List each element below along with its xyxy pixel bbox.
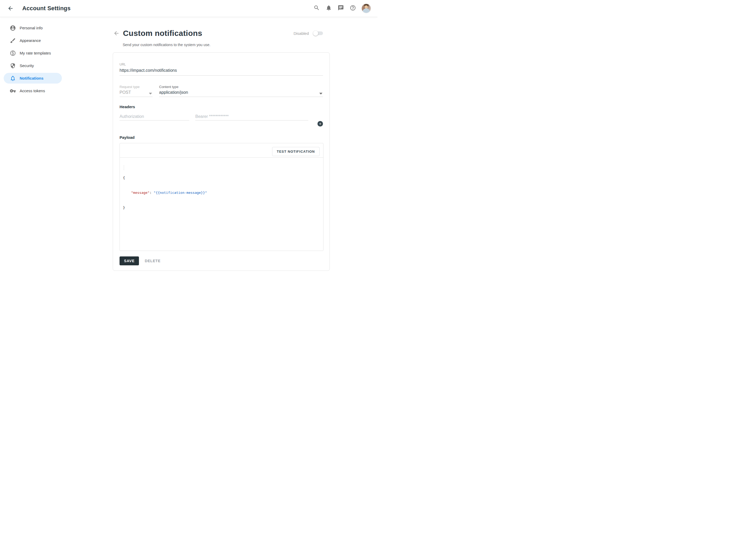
enable-toggle-switch[interactable] xyxy=(313,31,323,36)
sidebar-item-appearance[interactable]: Appearance xyxy=(4,35,62,46)
request-type-select[interactable]: Request type POST xyxy=(119,85,153,97)
save-button[interactable]: SAVE xyxy=(119,256,139,265)
test-notification-button[interactable]: TEST NOTIFICATION xyxy=(272,147,320,156)
user-avatar[interactable] xyxy=(362,4,371,13)
payload-section-title: Payload xyxy=(119,135,323,140)
back-arrow-icon xyxy=(7,8,14,12)
json-key: "message" xyxy=(131,191,150,195)
sidebar-item-personal-info[interactable]: Personal info xyxy=(4,22,62,33)
chevron-down-icon xyxy=(319,93,323,95)
sidebar-item-label: Personal info xyxy=(20,26,43,30)
page-header-row: Custom notifications Disabled xyxy=(113,27,330,39)
chat-icon xyxy=(338,5,344,12)
code-line: "message": "{{notification-message}}" xyxy=(123,190,320,195)
headers-section: Headers + xyxy=(119,104,323,127)
notifications-bell-icon xyxy=(326,5,332,12)
request-type-label: Request type xyxy=(119,85,153,89)
search-icon xyxy=(313,5,320,12)
enable-toggle-group: Disabled xyxy=(294,31,323,36)
form-actions: SAVE DELETE xyxy=(119,256,323,265)
search-button[interactable] xyxy=(313,5,320,12)
chevron-down-icon xyxy=(149,93,152,95)
header-value-input[interactable] xyxy=(195,113,308,120)
shield-icon xyxy=(10,63,16,69)
toggle-state-label: Disabled xyxy=(294,31,309,36)
help-button[interactable] xyxy=(350,5,356,12)
sidebar-item-label: Notifications xyxy=(20,76,43,80)
content-type-value: application/json xyxy=(159,90,323,95)
header-actions xyxy=(313,4,371,13)
content-type-select[interactable]: Content type application/json xyxy=(159,85,323,97)
headers-section-title: Headers xyxy=(119,104,323,109)
page-back-button[interactable] xyxy=(113,30,119,36)
sidebar-item-label: Security xyxy=(20,63,34,68)
sidebar-item-label: Access tokens xyxy=(20,88,45,93)
url-field-label: URL xyxy=(119,63,323,66)
page-title: Custom notifications xyxy=(123,29,202,38)
delete-button[interactable]: DELETE xyxy=(140,256,164,265)
sidebar-item-my-rate-templates[interactable]: My rate templates xyxy=(4,48,62,58)
header-back-button[interactable] xyxy=(7,5,14,12)
code-line: } xyxy=(123,205,320,210)
payload-toolbar: TEST NOTIFICATION xyxy=(120,143,323,158)
dollar-circle-icon xyxy=(10,50,16,56)
url-field-value[interactable]: https://impact.com/notifications xyxy=(119,67,323,73)
payload-code-editor[interactable]: { "message": "{{notification-message}}" … xyxy=(120,158,323,223)
app-bar: Account Settings xyxy=(0,0,377,17)
sidebar-item-notifications[interactable]: Notifications xyxy=(4,73,62,83)
sidebar-item-label: Appearance xyxy=(20,38,41,43)
sidebar-item-access-tokens[interactable]: Access tokens xyxy=(4,85,62,96)
header-row xyxy=(119,113,323,120)
back-arrow-icon xyxy=(113,33,119,37)
help-icon xyxy=(350,5,356,12)
content-type-label: Content type xyxy=(159,85,323,89)
code-line: { xyxy=(123,175,320,180)
person-circle-icon xyxy=(10,25,16,31)
json-separator: : xyxy=(150,191,154,195)
sidebar-item-security[interactable]: Security xyxy=(4,60,62,71)
page-subtitle: Send your custom notifications to the sy… xyxy=(123,43,330,47)
plus-icon: + xyxy=(319,122,322,126)
payload-editor: TEST NOTIFICATION { "message": "{{notifi… xyxy=(119,143,324,251)
url-field[interactable]: URL https://impact.com/notifications xyxy=(119,63,323,76)
toggle-knob xyxy=(313,31,318,36)
bell-icon xyxy=(10,75,16,81)
payload-section: Payload TEST NOTIFICATION { "message": "… xyxy=(119,135,323,251)
settings-sidebar: Personal info Appearance My rate templat… xyxy=(0,17,76,98)
messages-button[interactable] xyxy=(338,5,344,12)
header-name-input[interactable] xyxy=(119,113,189,120)
paintbrush-icon xyxy=(10,37,16,44)
main-content: Custom notifications Disabled Send your … xyxy=(113,17,330,271)
notification-settings-card: URL https://impact.com/notifications Req… xyxy=(113,53,330,271)
request-type-value: POST xyxy=(119,90,153,95)
indent-guide-line xyxy=(124,165,124,170)
sidebar-item-label: My rate templates xyxy=(20,51,51,55)
app-title: Account Settings xyxy=(22,5,71,12)
notifications-button[interactable] xyxy=(326,5,332,12)
json-value: "{{notification-message}}" xyxy=(154,191,207,195)
type-selects-row: Request type POST Content type applicati… xyxy=(119,85,323,97)
add-header-button[interactable]: + xyxy=(317,121,323,126)
key-icon xyxy=(10,88,16,94)
